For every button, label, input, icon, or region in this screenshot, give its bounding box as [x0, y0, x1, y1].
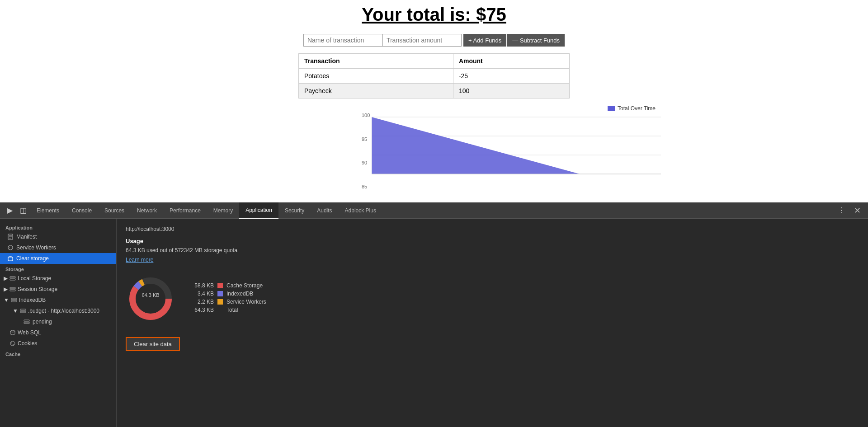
transaction-name-cell: Potatoes [299, 69, 453, 84]
sw-value: 2.2 KB [193, 299, 214, 305]
expand-arrow: ▶ [4, 275, 8, 282]
tab-memory[interactable]: Memory [207, 202, 239, 219]
name-input[interactable] [303, 34, 382, 47]
devtools-content: Application Manifest Service Workers [0, 219, 868, 427]
svg-point-27 [10, 341, 15, 346]
svg-marker-4 [372, 117, 580, 174]
sidebar-section-application: Application [0, 222, 116, 231]
usage-text: 64.3 KB used out of 572342 MB storage qu… [126, 247, 859, 253]
sidebar-section-storage: Storage [0, 264, 116, 273]
tab-security[interactable]: Security [278, 202, 311, 219]
panel-url: http://localhost:3000 [126, 226, 859, 232]
clear-btn-wrapper: Clear site data [126, 337, 859, 351]
budget-icon [20, 308, 26, 314]
sidebar-item-indexeddb[interactable]: ▼ IndexedDB [0, 295, 116, 305]
svg-rect-18 [10, 287, 15, 289]
add-funds-button[interactable]: + Add Funds [463, 34, 506, 47]
sidebar-item-service-workers[interactable]: Service Workers [0, 242, 116, 253]
indexeddb-icon [11, 297, 17, 303]
indexeddb-swatch [217, 291, 223, 296]
chart-legend: Total Over Time [608, 105, 656, 112]
input-row: + Add Funds — Subtract Funds [303, 34, 565, 47]
sidebar-section-cache: Cache [0, 349, 116, 358]
expand-arrow-3: ▼ [4, 297, 9, 303]
clear-storage-label: Clear storage [16, 255, 49, 262]
indexeddb-value: 3.4 KB [193, 291, 214, 297]
expand-arrow-2: ▶ [4, 286, 8, 292]
legend-row-sw: 2.2 KB Service Workers [193, 299, 266, 305]
svg-point-29 [13, 344, 14, 345]
tab-console[interactable]: Console [66, 202, 98, 219]
chart-svg [372, 113, 661, 196]
local-storage-icon [9, 275, 16, 282]
clear-storage-icon [7, 255, 14, 262]
total-label: Total [226, 307, 238, 313]
devtools-sidebar: Application Manifest Service Workers [0, 219, 117, 427]
sidebar-item-clear-storage[interactable]: Clear storage [0, 253, 116, 264]
tab-performance[interactable]: Performance [163, 202, 207, 219]
clear-site-data-button[interactable]: Clear site data [126, 337, 180, 351]
sidebar-item-websql[interactable]: ▶ Web SQL [0, 327, 116, 338]
svg-rect-19 [10, 290, 15, 291]
total-value: 64.3 KB [193, 307, 214, 313]
transaction-amount-cell: -25 [453, 69, 569, 84]
tab-elements[interactable]: Elements [30, 202, 66, 219]
sw-label: Service Workers [226, 299, 266, 305]
devtools-panel: ▶ ◫ Elements Console Sources Network Per… [0, 202, 868, 427]
svg-rect-12 [8, 257, 13, 261]
svg-rect-23 [20, 311, 26, 313]
storage-visual: 64.3 KB 58.8 KB Cache Storage 3.4 KB Ind… [126, 274, 859, 324]
device-icon-btn[interactable]: ◫ [16, 204, 30, 216]
cache-swatch [217, 283, 223, 288]
sidebar-item-cookies[interactable]: ▶ Cookies [0, 338, 116, 349]
tab-sources[interactable]: Sources [98, 202, 131, 219]
amount-input[interactable] [382, 34, 462, 47]
sidebar-item-session-storage[interactable]: ▶ Session Storage [0, 284, 116, 295]
expand-arrow-budget: ▼ [13, 308, 18, 314]
transaction-table: Transaction Amount Potatoes-25Paycheck10… [298, 53, 570, 99]
manifest-label: Manifest [16, 234, 37, 240]
svg-point-26 [10, 330, 15, 332]
legend-row-total: 64.3 KB Total [193, 307, 266, 313]
cache-value: 58.8 KB [193, 282, 214, 289]
transaction-name-cell: Paycheck [299, 84, 453, 99]
pending-icon [24, 319, 30, 325]
sidebar-item-budget[interactable]: ▼ .budget - http://localhost:3000 [0, 305, 116, 316]
sw-swatch [217, 299, 223, 305]
session-storage-icon [9, 286, 16, 292]
svg-rect-22 [20, 309, 26, 310]
tab-adblock[interactable]: Adblock Plus [339, 202, 382, 219]
close-devtools-btn[interactable]: ✕ [850, 204, 864, 217]
y-label-85: 85 [362, 184, 370, 189]
svg-text:64.3 KB: 64.3 KB [142, 292, 159, 298]
sidebar-item-local-storage[interactable]: ▶ Local Storage [0, 273, 116, 284]
learn-more-link[interactable]: Learn more [126, 257, 153, 263]
service-workers-label: Service Workers [16, 244, 56, 251]
donut-svg: 64.3 KB [126, 274, 175, 324]
tab-audits[interactable]: Audits [311, 202, 338, 219]
session-storage-label: Session Storage [18, 286, 57, 292]
service-workers-icon [7, 244, 14, 251]
indexeddb-label-legend: IndexedDB [226, 291, 253, 297]
more-options-btn[interactable]: ⋮ [834, 204, 849, 216]
legend-row-indexeddb: 3.4 KB IndexedDB [193, 291, 266, 297]
svg-rect-24 [24, 320, 29, 321]
devtools-main-panel: http://localhost:3000 Usage 64.3 KB used… [117, 219, 868, 427]
chart-legend-color [608, 106, 615, 111]
websql-label: Web SQL [18, 329, 41, 336]
cache-label: Cache Storage [226, 282, 263, 289]
sidebar-item-manifest[interactable]: Manifest [0, 231, 116, 242]
subtract-funds-button[interactable]: — Subtract Funds [507, 34, 565, 47]
table-row: Potatoes-25 [299, 69, 570, 84]
local-storage-label: Local Storage [18, 275, 51, 282]
sidebar-item-pending[interactable]: pending [0, 316, 116, 327]
chart-legend-label: Total Over Time [618, 105, 656, 112]
cookies-label: Cookies [18, 340, 37, 347]
svg-rect-17 [10, 279, 15, 280]
tab-network[interactable]: Network [131, 202, 163, 219]
pending-label: pending [33, 319, 52, 325]
svg-rect-16 [10, 277, 15, 278]
total-swatch [217, 307, 223, 313]
cursor-icon-btn[interactable]: ▶ [4, 204, 16, 216]
tab-application[interactable]: Application [239, 202, 278, 219]
